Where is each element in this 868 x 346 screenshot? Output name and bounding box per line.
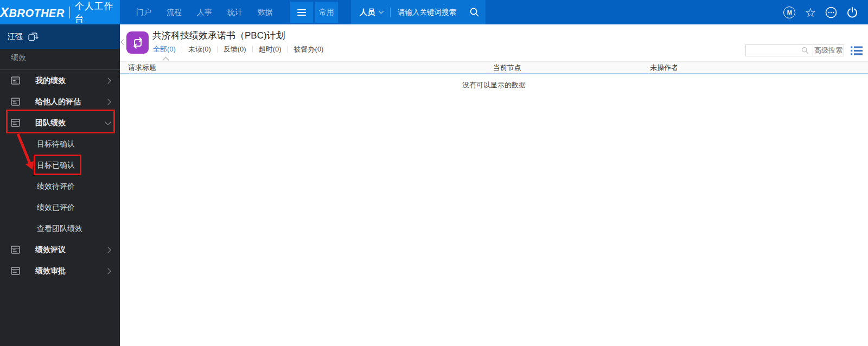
app-logo[interactable]: XBROTHER 个人工作台 <box>0 0 120 24</box>
sidebar-subitem-view-team-performance[interactable]: 查看团队绩效 <box>0 218 120 239</box>
global-search: 人员 <box>351 0 486 24</box>
list-header: 共济科技绩效承诺书（PBC)计划 全部(0) 未读(0) 反馈(0) 超时(0)… <box>120 24 868 61</box>
sidebar-subitem-performance-to-evaluate[interactable]: 绩效待评价 <box>0 176 120 197</box>
frequent-button[interactable]: 常用 <box>315 2 338 23</box>
list-view-button[interactable] <box>851 46 863 55</box>
document-icon <box>11 98 20 106</box>
column-pending-operator[interactable]: 未操作者 <box>595 63 733 73</box>
frequent-label: 常用 <box>319 8 334 17</box>
sidebar-section-label: 绩效 <box>0 49 120 70</box>
sidebar-subitem-targets-confirmed[interactable]: 目标已确认 <box>0 155 120 176</box>
sidebar-item-performance-approval[interactable]: 绩效审批 <box>0 260 120 281</box>
hamburger-icon <box>297 9 306 16</box>
menu-grid-button[interactable] <box>290 2 313 23</box>
app-window: XBROTHER 个人工作台 门户 流程 人事 统计 数据 常用 人员 <box>0 0 868 346</box>
topbar-right-icons: M ☆ <box>783 0 868 24</box>
list-toolbar: 高级搜索 <box>745 44 863 56</box>
empty-state-message: 没有可以显示的数据 <box>120 80 868 90</box>
tab-all[interactable]: 全部(0) <box>153 44 176 54</box>
more-options-button[interactable] <box>825 7 837 18</box>
nav-item-data[interactable]: 数据 <box>250 0 280 24</box>
nav-item-hr[interactable]: 人事 <box>189 0 220 24</box>
chevron-down-icon <box>379 9 384 14</box>
logo-divider <box>69 7 70 18</box>
sidebar-item-my-performance[interactable]: 我的绩效 <box>0 70 120 91</box>
nav-item-portal[interactable]: 门户 <box>129 0 159 24</box>
filter-tabs: 全部(0) 未读(0) 反馈(0) 超时(0) 被督办(0) <box>153 44 323 54</box>
top-navigation: 门户 流程 人事 统计 数据 <box>129 0 280 24</box>
topbar: XBROTHER 个人工作台 门户 流程 人事 统计 数据 常用 人员 <box>0 0 868 24</box>
column-request-title[interactable]: 请求标题 <box>120 63 419 73</box>
switch-account-icon[interactable] <box>28 32 39 41</box>
sidebar-item-team-performance[interactable]: 团队绩效 <box>0 112 120 133</box>
tab-separator <box>217 46 218 53</box>
tab-feedback[interactable]: 反馈(0) <box>224 44 246 54</box>
document-icon <box>11 76 20 85</box>
tab-supervised[interactable]: 被督办(0) <box>294 44 324 54</box>
sidebar-item-performance-review[interactable]: 绩效评议 <box>0 239 120 260</box>
global-search-input[interactable] <box>398 8 463 16</box>
nav-item-workflow[interactable]: 流程 <box>159 0 189 24</box>
user-name: 汪强 <box>8 32 23 42</box>
chevron-down-icon <box>105 119 111 125</box>
global-search-button[interactable] <box>463 0 486 24</box>
sidebar-user[interactable]: 汪强 <box>0 24 120 49</box>
sidebar-item-evaluations-for-others[interactable]: 给他人的评估 <box>0 91 120 112</box>
search-icon <box>801 47 809 54</box>
document-icon <box>11 267 20 275</box>
chevron-right-icon <box>105 268 111 274</box>
list-view-icon <box>851 46 863 55</box>
sidebar: 汪强 绩效 我的绩效 给他人 <box>0 24 120 346</box>
search-icon <box>469 7 480 17</box>
tab-overtime[interactable]: 超时(0) <box>259 44 282 54</box>
page-title: 共济科技绩效承诺书（PBC)计划 <box>152 29 285 42</box>
search-divider <box>390 8 391 17</box>
brand-logo-text: XBROTHER <box>0 5 65 20</box>
power-icon <box>846 7 858 18</box>
sidebar-subitem-targets-pending[interactable]: 目标待确认 <box>0 133 120 155</box>
tab-separator <box>288 46 288 53</box>
tab-unread[interactable]: 未读(0) <box>188 44 211 54</box>
table-header-row: 请求标题 当前节点 未操作者 <box>120 61 868 74</box>
advanced-search-button[interactable]: 高级搜索 <box>813 44 844 56</box>
main-content: 共济科技绩效承诺书（PBC)计划 全部(0) 未读(0) 反馈(0) 超时(0)… <box>120 24 868 346</box>
logout-button[interactable] <box>846 7 858 18</box>
sidebar-subitem-performance-evaluated[interactable]: 绩效已评价 <box>0 197 120 218</box>
product-name: 个人工作台 <box>75 0 120 25</box>
tab-separator <box>182 46 182 53</box>
m-badge-icon[interactable]: M <box>783 7 795 18</box>
chevron-right-icon <box>105 99 111 105</box>
chevron-right-icon <box>105 247 111 253</box>
tab-separator <box>252 46 253 53</box>
nav-item-statistics[interactable]: 统计 <box>220 0 250 24</box>
chevron-right-icon <box>105 78 111 84</box>
document-icon <box>11 119 20 127</box>
document-icon <box>11 246 20 254</box>
ellipsis-circle-icon <box>825 7 837 18</box>
column-current-node[interactable]: 当前节点 <box>419 63 595 73</box>
workflow-icon <box>126 31 149 54</box>
favorites-star-icon[interactable]: ☆ <box>805 7 816 18</box>
search-category-dropdown[interactable]: 人员 <box>360 8 375 17</box>
